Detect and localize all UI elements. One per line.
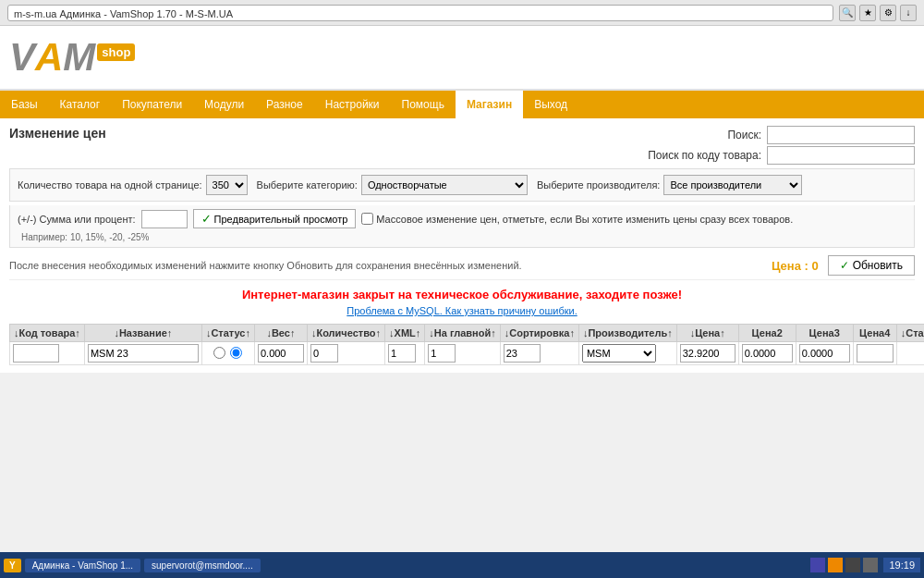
col-price3[interactable]: Цена3: [796, 325, 853, 342]
col-code[interactable]: ↓Код товара↑: [10, 325, 85, 342]
cell-xml[interactable]: [385, 342, 425, 365]
manufacturer-group: Выберите производителя: Все производител…: [537, 175, 803, 195]
nav-item-catalog[interactable]: Каталог: [49, 91, 112, 118]
nav-item-modules[interactable]: Модули: [193, 91, 255, 118]
mass-change-group: Массовое изменение цен, отметьте, если В…: [361, 213, 793, 225]
main-input[interactable]: [428, 344, 456, 363]
col-weight[interactable]: ↓Вес↑: [254, 325, 307, 342]
col-status[interactable]: ↓Статус↑: [201, 325, 254, 342]
cell-main[interactable]: [425, 342, 500, 365]
cell-manufacturer[interactable]: MSM: [578, 342, 676, 365]
col-qty[interactable]: ↓Количество↑: [307, 325, 384, 342]
status-radio-on[interactable]: [213, 347, 225, 359]
update-button[interactable]: ✓ Обновить: [828, 255, 915, 276]
taskbar-item-supervorot[interactable]: supervorot@msmdoor....: [144, 559, 261, 572]
xml-input[interactable]: [388, 344, 416, 363]
nav-item-misc[interactable]: Разное: [255, 91, 314, 118]
alert-closed: Интернет-магазин закрыт на техническое о…: [9, 288, 915, 301]
manufacturer-label: Выберите производителя:: [537, 179, 661, 191]
manufacturer-row-select[interactable]: MSM: [582, 344, 656, 363]
taskbar-icon-2: [828, 558, 843, 572]
nav-item-help[interactable]: Помощь: [391, 91, 456, 118]
col-main[interactable]: ↓На главной↑: [425, 325, 500, 342]
col-price2[interactable]: Цена2: [738, 325, 796, 342]
per-page-label: Количество товара на одной странице:: [18, 179, 202, 191]
qty-input[interactable]: [310, 344, 338, 363]
price3-input[interactable]: [799, 344, 850, 363]
search-input[interactable]: [767, 126, 915, 144]
check-icon: ✓: [201, 212, 212, 226]
cell-status: [201, 342, 254, 365]
code-input[interactable]: [13, 344, 59, 363]
col-manufacturer[interactable]: ↓Производитель↑: [578, 325, 676, 342]
browser-icons: 🔍 ★ ⚙ ↓: [839, 5, 917, 21]
search-by-code-label: Поиск по коду товара:: [648, 149, 761, 162]
col-tax-status[interactable]: ↓Статус налога↑: [896, 325, 924, 342]
nav-bar: Базы Каталог Покупатели Модули Разное На…: [0, 91, 924, 118]
search-label: Поиск:: [727, 129, 761, 141]
category-select[interactable]: Одностворчатые Двустворчатые: [361, 175, 528, 195]
controls-panel: Количество товара на одной странице: 350…: [9, 168, 915, 202]
taskbar-icon-1: [810, 558, 825, 572]
col-sort[interactable]: ↓Сортировка↑: [500, 325, 578, 342]
cell-price2[interactable]: [738, 342, 796, 365]
browser-bar: m-s-m.ua Админка - VamShop 1.70 - M-S-M.…: [0, 0, 924, 26]
col-xml[interactable]: ↓XML↑: [385, 325, 425, 342]
mysql-link[interactable]: Проблема с MySQL. Как узнать причину оши…: [9, 305, 915, 316]
check-icon-2: ✓: [840, 259, 849, 272]
nav-item-settings[interactable]: Настройки: [314, 91, 391, 118]
cell-weight[interactable]: [254, 342, 307, 365]
cell-code[interactable]: [10, 342, 85, 365]
search-by-code-input[interactable]: [767, 146, 915, 165]
cell-sort[interactable]: [500, 342, 578, 365]
browser-icon-1[interactable]: 🔍: [839, 5, 856, 21]
browser-icon-3[interactable]: ⚙: [880, 5, 896, 21]
status-radio-off[interactable]: [230, 347, 242, 359]
col-name[interactable]: ↓Название↑: [84, 325, 201, 342]
cell-name[interactable]: [84, 342, 201, 365]
logo: V A M shop: [9, 38, 135, 77]
preview-button[interactable]: ✓ Предварительный просмотр: [193, 209, 357, 228]
cell-price4[interactable]: [853, 342, 896, 365]
update-right: Цена : 0 ✓ Обновить: [772, 255, 915, 276]
col-price1[interactable]: ↓Цена↑: [676, 325, 738, 342]
name-input[interactable]: [88, 344, 199, 363]
taskbar: Y Админка - VamShop 1... supervorot@msmd…: [0, 552, 924, 578]
mass-change-checkbox[interactable]: [361, 213, 373, 225]
price2-input[interactable]: [742, 344, 793, 363]
per-page-select[interactable]: 350 50 100: [206, 175, 248, 195]
sum-input[interactable]: [141, 210, 188, 228]
manufacturer-select[interactable]: Все производители MSM: [663, 175, 802, 195]
category-group: Выберите категорию: Одностворчатые Двуст…: [257, 175, 528, 195]
taskbar-start[interactable]: Y: [4, 559, 21, 572]
search-area: Поиск: Поиск по коду товара:: [648, 126, 915, 165]
taskbar-right: 19:19: [810, 558, 920, 572]
browser-icon-2[interactable]: ★: [859, 5, 876, 21]
nav-item-buyers[interactable]: Покупатели: [111, 91, 193, 118]
nav-item-bazy[interactable]: Базы: [0, 91, 49, 118]
cell-tax-status: [896, 342, 924, 365]
sort-input[interactable]: [504, 344, 541, 363]
browser-icon-4[interactable]: ↓: [900, 5, 917, 21]
cell-price1[interactable]: [676, 342, 738, 365]
nav-item-logout[interactable]: Выход: [523, 91, 578, 118]
col-price4[interactable]: Цена4: [853, 325, 896, 342]
cell-qty[interactable]: [307, 342, 384, 365]
page-title: Изменение цен: [9, 126, 106, 141]
main-content: Изменение цен Поиск: Поиск по коду товар…: [0, 118, 924, 373]
per-page-group: Количество товара на одной странице: 350…: [18, 175, 248, 195]
table-row: MSM: [10, 342, 925, 365]
mass-change-label: Массовое изменение цен, отметьте, если В…: [376, 214, 793, 225]
address-bar[interactable]: m-s-m.ua Админка - VamShop 1.70 - M-S-M.…: [7, 5, 833, 21]
update-text: После внесения необходимых изменений наж…: [9, 260, 522, 271]
taskbar-item-admin[interactable]: Админка - VamShop 1...: [25, 559, 140, 572]
cell-price3[interactable]: [796, 342, 853, 365]
price-total: Цена : 0: [772, 259, 819, 273]
nav-item-shop[interactable]: Магазин: [456, 91, 523, 118]
price1-input[interactable]: [680, 344, 736, 363]
price4-input[interactable]: [857, 344, 894, 363]
site-header: V A M shop: [0, 26, 924, 91]
weight-input[interactable]: [258, 344, 304, 363]
sum-label: (+/-) Сумма или процент:: [18, 214, 136, 225]
products-table: ↓Код товара↑ ↓Название↑ ↓Статус↑ ↓Вес↑ ↓…: [9, 324, 924, 365]
